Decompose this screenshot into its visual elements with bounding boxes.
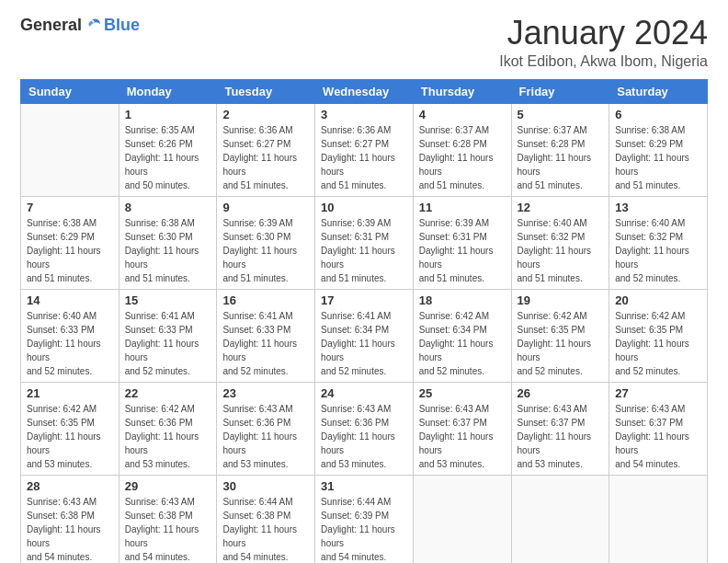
calendar-day-cell: 11Sunrise: 6:39 AMSunset: 6:31 PMDayligh… bbox=[413, 197, 511, 290]
calendar-day-cell: 3Sunrise: 6:36 AMSunset: 6:27 PMDaylight… bbox=[315, 104, 414, 197]
day-number: 16 bbox=[222, 293, 309, 307]
calendar-day-cell: 26Sunrise: 6:43 AMSunset: 6:37 PMDayligh… bbox=[511, 383, 609, 476]
calendar-day-cell: 10Sunrise: 6:39 AMSunset: 6:31 PMDayligh… bbox=[315, 197, 414, 290]
day-number: 3 bbox=[321, 108, 407, 121]
calendar-day-cell: 8Sunrise: 6:38 AMSunset: 6:30 PMDaylight… bbox=[119, 197, 217, 290]
calendar-day-cell: 29Sunrise: 6:43 AMSunset: 6:38 PMDayligh… bbox=[119, 476, 217, 564]
calendar-day-cell: 19Sunrise: 6:42 AMSunset: 6:35 PMDayligh… bbox=[511, 290, 609, 383]
day-number: 4 bbox=[419, 108, 506, 121]
day-info: Sunrise: 6:44 AMSunset: 6:39 PMDaylight:… bbox=[321, 495, 407, 563]
calendar-day-cell: 5Sunrise: 6:37 AMSunset: 6:28 PMDaylight… bbox=[511, 104, 609, 197]
calendar-body: 1Sunrise: 6:35 AMSunset: 6:26 PMDaylight… bbox=[21, 104, 708, 564]
day-info: Sunrise: 6:43 AMSunset: 6:37 PMDaylight:… bbox=[518, 402, 604, 471]
calendar-day-cell: 4Sunrise: 6:37 AMSunset: 6:28 PMDaylight… bbox=[413, 104, 511, 197]
calendar-day-cell: 24Sunrise: 6:43 AMSunset: 6:36 PMDayligh… bbox=[315, 383, 414, 476]
weekday-header-cell: Friday bbox=[511, 80, 609, 104]
calendar-day-cell: 6Sunrise: 6:38 AMSunset: 6:29 PMDaylight… bbox=[609, 104, 708, 197]
day-info: Sunrise: 6:42 AMSunset: 6:36 PMDaylight:… bbox=[125, 402, 211, 471]
logo-blue-text: Blue bbox=[104, 17, 140, 33]
day-info: Sunrise: 6:39 AMSunset: 6:31 PMDaylight:… bbox=[321, 216, 407, 285]
calendar-week-row: 1Sunrise: 6:35 AMSunset: 6:26 PMDaylight… bbox=[21, 104, 708, 197]
day-info: Sunrise: 6:40 AMSunset: 6:33 PMDaylight:… bbox=[27, 309, 113, 378]
calendar-day-cell: 15Sunrise: 6:41 AMSunset: 6:33 PMDayligh… bbox=[119, 290, 217, 383]
logo-general-text: General bbox=[20, 17, 82, 33]
day-info: Sunrise: 6:38 AMSunset: 6:29 PMDaylight:… bbox=[615, 123, 701, 192]
day-info: Sunrise: 6:36 AMSunset: 6:27 PMDaylight:… bbox=[321, 123, 407, 192]
calendar-day-cell: 17Sunrise: 6:41 AMSunset: 6:34 PMDayligh… bbox=[315, 290, 414, 383]
calendar-day-cell: 14Sunrise: 6:40 AMSunset: 6:33 PMDayligh… bbox=[21, 290, 119, 383]
day-info: Sunrise: 6:43 AMSunset: 6:37 PMDaylight:… bbox=[419, 402, 506, 471]
calendar: SundayMondayTuesdayWednesdayThursdayFrid… bbox=[20, 79, 708, 563]
calendar-week-row: 14Sunrise: 6:40 AMSunset: 6:33 PMDayligh… bbox=[21, 290, 708, 383]
day-number: 12 bbox=[518, 201, 604, 214]
month-title: January 2024 bbox=[499, 17, 708, 50]
location-title: Ikot Edibon, Akwa Ibom, Nigeria bbox=[499, 53, 708, 70]
page: General Blue January 2024 Ikot Edibon, A… bbox=[0, 0, 728, 563]
day-number: 19 bbox=[518, 293, 604, 307]
calendar-day-cell: 28Sunrise: 6:43 AMSunset: 6:38 PMDayligh… bbox=[21, 476, 119, 564]
logo: General Blue bbox=[20, 17, 140, 33]
weekday-header-cell: Sunday bbox=[21, 80, 119, 104]
day-number: 8 bbox=[125, 201, 211, 214]
day-number: 2 bbox=[222, 108, 309, 121]
day-info: Sunrise: 6:37 AMSunset: 6:28 PMDaylight:… bbox=[518, 123, 604, 192]
calendar-week-row: 21Sunrise: 6:42 AMSunset: 6:35 PMDayligh… bbox=[21, 383, 708, 476]
day-info: Sunrise: 6:43 AMSunset: 6:36 PMDaylight:… bbox=[321, 402, 407, 471]
day-info: Sunrise: 6:41 AMSunset: 6:33 PMDaylight:… bbox=[222, 309, 309, 378]
day-number: 27 bbox=[615, 386, 701, 400]
calendar-week-row: 7Sunrise: 6:38 AMSunset: 6:29 PMDaylight… bbox=[21, 197, 708, 290]
calendar-week-row: 28Sunrise: 6:43 AMSunset: 6:38 PMDayligh… bbox=[21, 476, 708, 564]
day-number: 30 bbox=[222, 479, 309, 493]
day-number: 23 bbox=[222, 386, 309, 400]
calendar-day-cell: 21Sunrise: 6:42 AMSunset: 6:35 PMDayligh… bbox=[21, 383, 119, 476]
weekday-header-cell: Thursday bbox=[413, 80, 511, 104]
day-number: 11 bbox=[419, 201, 506, 214]
day-number: 6 bbox=[615, 108, 701, 121]
day-info: Sunrise: 6:42 AMSunset: 6:35 PMDaylight:… bbox=[27, 402, 113, 471]
weekday-header-cell: Wednesday bbox=[315, 80, 414, 104]
day-info: Sunrise: 6:42 AMSunset: 6:35 PMDaylight:… bbox=[518, 309, 604, 378]
day-number: 20 bbox=[615, 293, 701, 307]
day-number: 1 bbox=[125, 108, 211, 121]
calendar-day-cell: 9Sunrise: 6:39 AMSunset: 6:30 PMDaylight… bbox=[217, 197, 315, 290]
day-info: Sunrise: 6:36 AMSunset: 6:27 PMDaylight:… bbox=[222, 123, 309, 192]
day-info: Sunrise: 6:42 AMSunset: 6:35 PMDaylight:… bbox=[615, 309, 701, 378]
logo-bird-icon bbox=[85, 17, 102, 33]
day-info: Sunrise: 6:40 AMSunset: 6:32 PMDaylight:… bbox=[518, 216, 604, 285]
day-info: Sunrise: 6:38 AMSunset: 6:30 PMDaylight:… bbox=[125, 216, 211, 285]
calendar-day-cell: 27Sunrise: 6:43 AMSunset: 6:37 PMDayligh… bbox=[609, 383, 708, 476]
calendar-day-cell: 2Sunrise: 6:36 AMSunset: 6:27 PMDaylight… bbox=[217, 104, 315, 197]
day-info: Sunrise: 6:43 AMSunset: 6:36 PMDaylight:… bbox=[222, 402, 309, 471]
day-number: 29 bbox=[125, 479, 211, 493]
day-number: 5 bbox=[518, 108, 604, 121]
day-number: 22 bbox=[125, 386, 211, 400]
day-info: Sunrise: 6:43 AMSunset: 6:37 PMDaylight:… bbox=[615, 402, 701, 471]
day-info: Sunrise: 6:35 AMSunset: 6:26 PMDaylight:… bbox=[125, 123, 211, 192]
day-number: 13 bbox=[615, 201, 701, 214]
day-number: 31 bbox=[321, 479, 407, 493]
day-info: Sunrise: 6:37 AMSunset: 6:28 PMDaylight:… bbox=[419, 123, 506, 192]
day-number: 28 bbox=[27, 479, 113, 493]
calendar-day-cell: 22Sunrise: 6:42 AMSunset: 6:36 PMDayligh… bbox=[119, 383, 217, 476]
day-number: 21 bbox=[27, 386, 113, 400]
day-info: Sunrise: 6:39 AMSunset: 6:31 PMDaylight:… bbox=[419, 216, 506, 285]
calendar-day-cell: 1Sunrise: 6:35 AMSunset: 6:26 PMDaylight… bbox=[119, 104, 217, 197]
calendar-day-cell: 25Sunrise: 6:43 AMSunset: 6:37 PMDayligh… bbox=[413, 383, 511, 476]
day-number: 9 bbox=[222, 201, 309, 214]
day-number: 25 bbox=[419, 386, 506, 400]
header: General Blue January 2024 Ikot Edibon, A… bbox=[20, 17, 708, 70]
day-info: Sunrise: 6:44 AMSunset: 6:38 PMDaylight:… bbox=[222, 495, 309, 563]
day-info: Sunrise: 6:39 AMSunset: 6:30 PMDaylight:… bbox=[222, 216, 309, 285]
calendar-day-cell: 30Sunrise: 6:44 AMSunset: 6:38 PMDayligh… bbox=[217, 476, 315, 564]
day-info: Sunrise: 6:41 AMSunset: 6:34 PMDaylight:… bbox=[321, 309, 407, 378]
calendar-day-cell bbox=[511, 476, 609, 564]
day-info: Sunrise: 6:40 AMSunset: 6:32 PMDaylight:… bbox=[615, 216, 701, 285]
calendar-day-cell: 31Sunrise: 6:44 AMSunset: 6:39 PMDayligh… bbox=[315, 476, 414, 564]
weekday-header-cell: Saturday bbox=[609, 80, 708, 104]
day-info: Sunrise: 6:41 AMSunset: 6:33 PMDaylight:… bbox=[125, 309, 211, 378]
weekday-header-cell: Monday bbox=[119, 80, 217, 104]
calendar-day-cell: 12Sunrise: 6:40 AMSunset: 6:32 PMDayligh… bbox=[511, 197, 609, 290]
calendar-day-cell: 18Sunrise: 6:42 AMSunset: 6:34 PMDayligh… bbox=[413, 290, 511, 383]
calendar-day-cell: 13Sunrise: 6:40 AMSunset: 6:32 PMDayligh… bbox=[609, 197, 708, 290]
day-number: 18 bbox=[419, 293, 506, 307]
